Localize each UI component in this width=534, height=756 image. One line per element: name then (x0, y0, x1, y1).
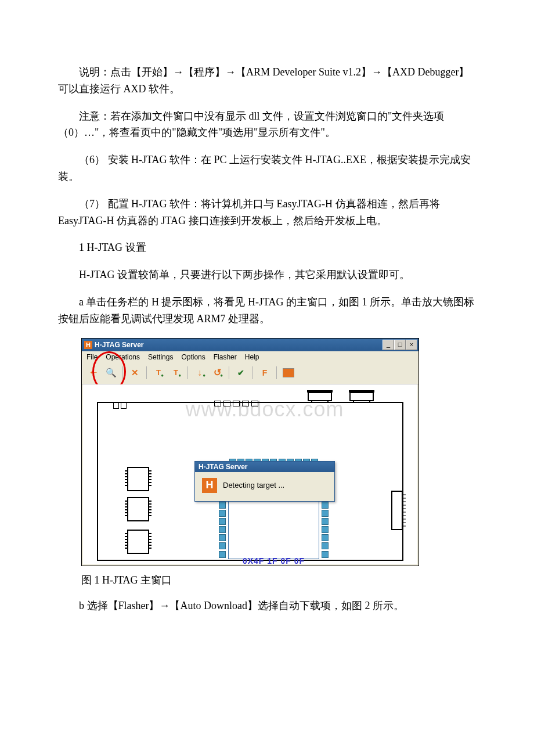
paragraph: b 选择【Flasher】→【Auto Download】选择自动下载项，如图 … (58, 597, 479, 614)
menubar: File Operations Settings Options Flasher… (82, 351, 418, 363)
maximize-button[interactable]: □ (394, 340, 406, 350)
cpu-id-label: 0X4F 1F 0F 0F (232, 556, 316, 564)
figure-caption: 图 1 H-JTAG 主窗口 (81, 572, 479, 589)
hjtag-screenshot: H H-JTAG Server _ □ × File Operations Se… (81, 338, 419, 566)
chip-icon (127, 530, 149, 554)
target-b-icon[interactable] (168, 365, 184, 380)
svg-rect-8 (392, 491, 402, 530)
download-icon[interactable] (192, 365, 208, 380)
svg-rect-1 (307, 390, 333, 393)
menu-operations[interactable]: Operations (106, 353, 140, 361)
search-icon[interactable] (103, 365, 119, 380)
svg-rect-4 (350, 393, 373, 401)
dialog-app-icon: H (202, 478, 217, 493)
check-icon[interactable] (233, 365, 249, 380)
cancel-icon[interactable] (127, 365, 143, 380)
side-connector-icon (391, 490, 406, 531)
menu-help[interactable]: Help (245, 353, 259, 361)
menu-file[interactable]: File (86, 353, 98, 361)
minimize-button[interactable]: _ (383, 340, 394, 350)
flash-icon[interactable] (257, 365, 273, 380)
target-a-icon[interactable] (150, 365, 167, 380)
window-title: H-JTAG Server (95, 341, 143, 349)
dialog-message: Detecting target ... (223, 481, 284, 489)
svg-rect-5 (349, 390, 374, 393)
window-titlebar: H H-JTAG Server _ □ × (82, 339, 418, 351)
menu-settings[interactable]: Settings (148, 353, 173, 361)
toolbar-separator (146, 366, 147, 379)
paragraph: 1 H-JTAG 设置 (58, 239, 479, 256)
jtag-connector-icon (349, 389, 374, 403)
window-buttons: _ □ × (383, 340, 417, 350)
paragraph: （7） 配置 H-JTAG 软件：将计算机并口与 EasyJTAG-H 仿真器相… (58, 196, 479, 229)
svg-rect-0 (308, 393, 331, 401)
toolbar-separator (276, 366, 277, 379)
stop-icon[interactable] (280, 365, 297, 380)
paragraph: 说明：点击【开始】→【程序】→【ARM Developer Suite v1.2… (58, 64, 479, 98)
close-button[interactable]: × (406, 340, 417, 350)
paragraph: （6） 安装 H-JTAG 软件：在 PC 上运行安装文件 H-JTAG..EX… (58, 152, 479, 185)
header-pins-icon (214, 401, 258, 406)
chip-icon (127, 467, 149, 491)
paragraph: 注意：若在添加文件窗口中没有显示 dll 文件，设置文件浏览窗口的"文件夹选项（… (58, 108, 479, 142)
paragraph: H-JTAG 设置较简单，只要进行以下两步操作，其它采用默认设置即可。 (58, 267, 479, 283)
jtag-connector-icon (307, 389, 333, 403)
board-canvas: www.bdocx.com (83, 384, 417, 564)
document-page: 说明：点击【开始】→【程序】→【ARM Developer Suite v1.2… (0, 0, 534, 660)
menu-flasher[interactable]: Flasher (214, 353, 237, 361)
paragraph: a 单击任务栏的 H 提示图标，将看见 H-JTAG 的主窗口，如图 1 所示。… (58, 294, 479, 327)
pin-row-icon (113, 402, 127, 409)
dialog-title: H-JTAG Server (195, 462, 334, 472)
toolbar-separator (252, 366, 253, 379)
toolbar-separator (229, 366, 229, 379)
menu-options[interactable]: Options (181, 353, 205, 361)
toolbar (82, 363, 418, 384)
detecting-dialog: H-JTAG Server H Detecting target ... (194, 461, 335, 502)
toolbar-separator (122, 366, 123, 379)
back-icon[interactable] (85, 365, 102, 380)
refresh-icon[interactable] (209, 365, 225, 380)
chip-icon (127, 497, 149, 521)
toolbar-separator (187, 366, 188, 379)
app-icon: H (84, 341, 92, 349)
